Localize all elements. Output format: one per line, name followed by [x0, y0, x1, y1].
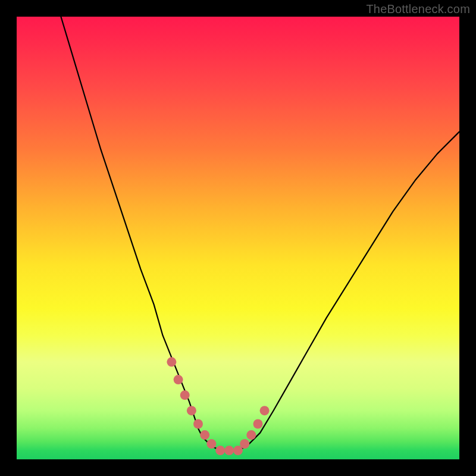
marker-dot: [246, 430, 256, 440]
marker-dot: [200, 430, 209, 440]
plot-area: [17, 17, 459, 459]
marker-dot: [167, 357, 176, 367]
chart-svg: [17, 17, 459, 459]
watermark-text: TheBottleneck.com: [366, 2, 470, 16]
outer-frame: TheBottleneck.com: [0, 0, 476, 476]
marker-dot: [187, 406, 196, 415]
marker-dot: [180, 390, 190, 400]
marker-dot: [174, 375, 183, 384]
marker-group: [167, 357, 269, 455]
curve-group: [61, 17, 459, 450]
marker-dot: [206, 439, 216, 449]
marker-dot: [260, 406, 270, 415]
marker-dot: [224, 446, 234, 455]
bottleneck-curve: [61, 17, 459, 450]
marker-dot: [253, 419, 263, 429]
marker-dot: [193, 419, 203, 429]
marker-dot: [240, 439, 249, 449]
marker-dot: [215, 446, 225, 455]
